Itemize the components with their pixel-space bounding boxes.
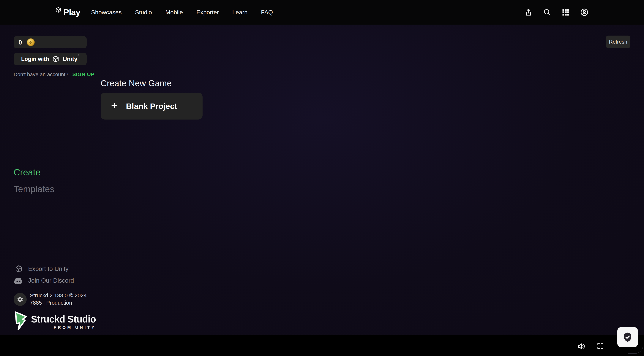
gear-icon <box>17 296 24 303</box>
nav-item-exporter[interactable]: Exporter <box>196 9 219 16</box>
signup-row: Don't have an account? SIGN UP <box>14 71 94 77</box>
play-logo[interactable]: Play <box>55 0 80 24</box>
coin-counter[interactable]: 0 <box>14 36 87 48</box>
export-to-unity-link[interactable]: Export to Unity <box>15 265 68 273</box>
play-logo-text: Play <box>63 7 80 17</box>
nav-item-studio[interactable]: Studio <box>135 9 152 16</box>
signup-link[interactable]: SIGN UP <box>72 71 94 77</box>
signup-question: Don't have an account? <box>14 71 68 77</box>
blank-project-label: Blank Project <box>126 102 177 111</box>
blank-project-button[interactable]: + Blank Project <box>100 93 202 119</box>
from-unity-subtitle: FROM UNITY <box>31 325 96 330</box>
nav-menu: Showcases Studio Mobile Exporter Learn F… <box>91 0 273 24</box>
unity-cube-icon <box>55 7 62 13</box>
registered-mark: ® <box>78 54 79 56</box>
join-discord-link[interactable]: Join Our Discord <box>14 277 74 285</box>
login-with-unity-button[interactable]: Login with Unity® <box>14 53 87 65</box>
apps-grid-icon[interactable] <box>561 8 570 17</box>
unity-wordmark: Unity® <box>62 55 79 62</box>
login-label: Login with <box>21 56 49 62</box>
tab-templates[interactable]: Templates <box>14 184 54 194</box>
refresh-button[interactable]: Refresh <box>606 35 630 48</box>
nav-item-mobile[interactable]: Mobile <box>165 9 183 16</box>
top-nav-bar: Play Showcases Studio Mobile Exporter Le… <box>0 0 644 24</box>
settings-button[interactable] <box>14 293 27 306</box>
export-to-unity-label: Export to Unity <box>28 265 68 272</box>
player-bar <box>0 335 644 356</box>
unity-cube-icon <box>52 55 60 63</box>
share-icon[interactable] <box>524 8 533 17</box>
coin-count: 0 <box>18 39 22 46</box>
profile-icon[interactable] <box>580 8 589 17</box>
nav-item-showcases[interactable]: Showcases <box>91 9 122 16</box>
volume-icon[interactable] <box>576 341 586 351</box>
search-icon[interactable] <box>543 8 552 17</box>
join-discord-label: Join Our Discord <box>28 277 74 284</box>
gold-coin-icon <box>27 38 35 46</box>
tab-create[interactable]: Create <box>14 167 40 177</box>
fullscreen-icon[interactable] <box>596 342 605 350</box>
version-info: Struckd 2.133.0 © 2024 7885 | Production <box>30 292 87 307</box>
struckd-play-screen: Play Showcases Studio Mobile Exporter Le… <box>0 0 644 356</box>
nav-icon-group <box>524 0 589 24</box>
nav-item-learn[interactable]: Learn <box>232 9 248 16</box>
struckd-brand-text: Struckd Studio FROM UNITY <box>31 311 96 331</box>
struckd-studio-logo: Struckd Studio FROM UNITY <box>14 311 96 331</box>
unity-icon <box>15 265 23 273</box>
nav-item-faq[interactable]: FAQ <box>261 9 273 16</box>
privacy-shield-badge[interactable] <box>617 327 638 347</box>
version-line-2: 7885 | Production <box>30 299 87 307</box>
shield-check-icon <box>622 332 633 343</box>
discord-icon <box>14 277 23 285</box>
struckd-bolt-icon <box>14 311 28 331</box>
main-content: 0 Login with Unity® Don't have an accoun… <box>0 24 644 335</box>
struckd-studio-title: Struckd Studio <box>31 314 96 325</box>
plus-icon: + <box>111 100 118 111</box>
create-new-game-heading: Create New Game <box>100 78 172 88</box>
version-line-1: Struckd 2.133.0 © 2024 <box>30 292 87 299</box>
